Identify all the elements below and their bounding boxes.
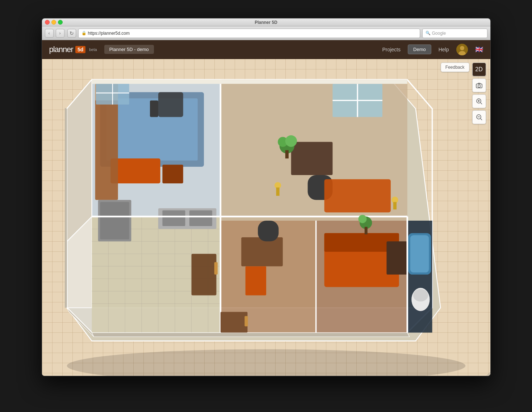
floor-plan-3d[interactable] bbox=[42, 59, 490, 376]
title-bar: Planner 5D bbox=[42, 18, 490, 26]
browser-toolbar: ‹ › ↻ 🔒 https://planner5d.com 🔍 Google bbox=[42, 26, 490, 40]
window-controls bbox=[45, 20, 63, 25]
svg-rect-72 bbox=[158, 92, 183, 117]
svg-rect-23 bbox=[285, 150, 288, 158]
svg-rect-69 bbox=[276, 187, 279, 196]
address-bar[interactable]: 🔒 https://planner5d.com bbox=[78, 29, 420, 38]
search-bar[interactable]: 🔍 Google bbox=[422, 29, 487, 38]
svg-rect-42 bbox=[100, 202, 129, 239]
svg-rect-50 bbox=[245, 266, 266, 295]
svg-rect-12 bbox=[162, 165, 183, 183]
url-text: https://planner5d.com bbox=[88, 31, 130, 36]
logo-5d: 5d bbox=[75, 46, 85, 53]
minimize-button[interactable] bbox=[51, 20, 56, 25]
svg-point-60 bbox=[413, 289, 428, 301]
camera-button[interactable] bbox=[472, 78, 486, 92]
svg-line-87 bbox=[481, 103, 482, 104]
svg-rect-79 bbox=[220, 312, 247, 332]
forward-button[interactable]: › bbox=[56, 29, 64, 38]
svg-rect-71 bbox=[393, 202, 396, 209]
svg-line-91 bbox=[481, 119, 482, 120]
beta-badge: beta bbox=[89, 47, 97, 52]
svg-point-22 bbox=[285, 135, 297, 147]
svg-point-85 bbox=[478, 85, 480, 88]
main-canvas[interactable]: Feedback 2D bbox=[42, 59, 490, 376]
svg-rect-47 bbox=[214, 262, 217, 275]
svg-rect-80 bbox=[244, 316, 248, 327]
svg-rect-49 bbox=[241, 237, 283, 266]
svg-rect-58 bbox=[410, 235, 429, 272]
project-title[interactable]: Planner 5D - demo bbox=[104, 45, 154, 54]
svg-rect-45 bbox=[189, 210, 212, 226]
header-nav: Projects Demo Help 🇬🇧 bbox=[382, 44, 483, 55]
svg-rect-14 bbox=[291, 142, 332, 175]
svg-point-1 bbox=[460, 46, 464, 50]
svg-marker-81 bbox=[67, 80, 92, 241]
svg-rect-44 bbox=[162, 210, 185, 226]
svg-marker-83 bbox=[65, 108, 67, 308]
zoom-in-button[interactable] bbox=[472, 94, 486, 108]
language-flag[interactable]: 🇬🇧 bbox=[475, 46, 483, 54]
search-icon: 🔍 bbox=[426, 31, 431, 35]
logo-text: planner bbox=[49, 45, 73, 54]
back-button[interactable]: ‹ bbox=[45, 29, 54, 38]
search-placeholder: Google bbox=[432, 31, 446, 36]
logo-area: planner 5d beta bbox=[49, 45, 97, 54]
feedback-button[interactable]: Feedback bbox=[441, 63, 469, 72]
svg-marker-78 bbox=[92, 333, 409, 337]
svg-marker-82 bbox=[92, 80, 407, 84]
close-button[interactable] bbox=[45, 20, 50, 25]
svg-rect-11 bbox=[110, 158, 160, 183]
resize-handle[interactable] bbox=[485, 371, 490, 376]
svg-point-75 bbox=[358, 215, 366, 223]
svg-rect-55 bbox=[386, 241, 407, 275]
zoom-out-button[interactable] bbox=[472, 110, 486, 124]
svg-point-3 bbox=[67, 349, 465, 376]
projects-link[interactable]: Projects bbox=[382, 47, 401, 52]
demo-button[interactable]: Demo bbox=[408, 44, 431, 54]
svg-rect-51 bbox=[258, 221, 278, 241]
user-avatar[interactable] bbox=[456, 44, 468, 55]
svg-line-95 bbox=[489, 375, 490, 376]
lock-icon: 🔒 bbox=[81, 31, 87, 35]
svg-rect-76 bbox=[364, 227, 367, 234]
help-link[interactable]: Help bbox=[439, 47, 449, 52]
right-toolbar: 2D bbox=[472, 63, 486, 124]
svg-rect-19 bbox=[324, 179, 390, 212]
window-title: Planner 5D bbox=[255, 20, 277, 25]
view-2d-button[interactable]: 2D bbox=[472, 63, 486, 76]
svg-rect-73 bbox=[150, 101, 158, 117]
browser-window: Planner 5D ‹ › ↻ 🔒 https://planner5d.com… bbox=[42, 18, 491, 376]
maximize-button[interactable] bbox=[58, 20, 63, 25]
svg-rect-46 bbox=[191, 254, 216, 296]
app-header: planner 5d beta Planner 5D - demo Projec… bbox=[42, 40, 490, 59]
reload-button[interactable]: ↻ bbox=[67, 29, 76, 38]
app-content: planner 5d beta Planner 5D - demo Projec… bbox=[42, 40, 490, 376]
